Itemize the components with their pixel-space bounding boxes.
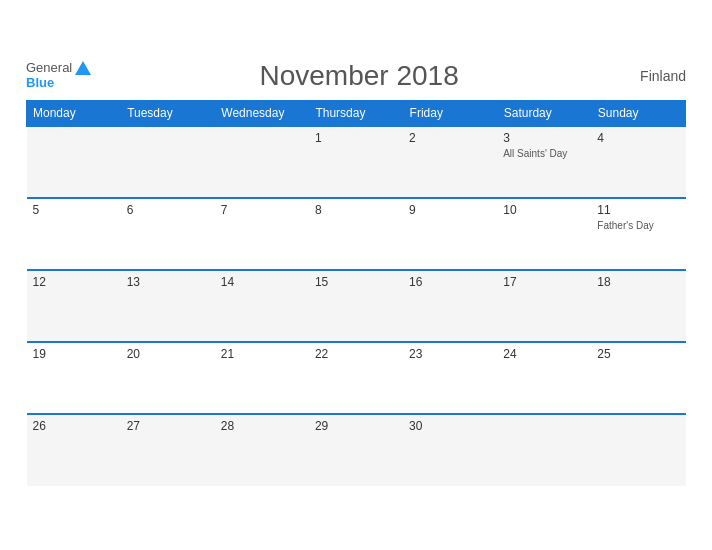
logo-blue-text: Blue — [26, 76, 92, 90]
weekday-header-row: Monday Tuesday Wednesday Thursday Friday… — [27, 100, 686, 126]
day-number: 3 — [503, 131, 585, 145]
header-monday: Monday — [27, 100, 121, 126]
calendar-cell: 11Father's Day — [591, 198, 685, 270]
calendar-cell: 1 — [309, 126, 403, 198]
calendar-cell: 4 — [591, 126, 685, 198]
day-number: 10 — [503, 203, 585, 217]
calendar-cell: 12 — [27, 270, 121, 342]
day-number: 22 — [315, 347, 397, 361]
day-number: 23 — [409, 347, 491, 361]
header-sunday: Sunday — [591, 100, 685, 126]
calendar-cell — [215, 126, 309, 198]
logo: General Blue — [26, 60, 92, 90]
day-number: 7 — [221, 203, 303, 217]
event-text: Father's Day — [597, 219, 679, 232]
day-number: 14 — [221, 275, 303, 289]
day-number: 24 — [503, 347, 585, 361]
calendar-cell: 24 — [497, 342, 591, 414]
day-number: 17 — [503, 275, 585, 289]
calendar-cell: 30 — [403, 414, 497, 486]
calendar-cell: 15 — [309, 270, 403, 342]
week-row-3: 12131415161718 — [27, 270, 686, 342]
day-number: 16 — [409, 275, 491, 289]
day-number: 25 — [597, 347, 679, 361]
calendar-cell: 25 — [591, 342, 685, 414]
month-title: November 2018 — [92, 60, 626, 92]
week-row-2: 567891011Father's Day — [27, 198, 686, 270]
calendar-cell: 27 — [121, 414, 215, 486]
calendar-cell: 21 — [215, 342, 309, 414]
logo-general-text: General — [26, 61, 72, 75]
event-text: All Saints' Day — [503, 147, 585, 160]
calendar-cell: 2 — [403, 126, 497, 198]
day-number: 30 — [409, 419, 491, 433]
day-number: 8 — [315, 203, 397, 217]
calendar-cell: 5 — [27, 198, 121, 270]
country-label: Finland — [626, 68, 686, 84]
calendar-cell: 29 — [309, 414, 403, 486]
calendar-cell: 20 — [121, 342, 215, 414]
day-number: 18 — [597, 275, 679, 289]
day-number: 19 — [33, 347, 115, 361]
calendar-cell: 16 — [403, 270, 497, 342]
header-friday: Friday — [403, 100, 497, 126]
calendar-cell: 6 — [121, 198, 215, 270]
day-number: 11 — [597, 203, 679, 217]
header-tuesday: Tuesday — [121, 100, 215, 126]
day-number: 4 — [597, 131, 679, 145]
calendar-body: 123All Saints' Day4567891011Father's Day… — [27, 126, 686, 486]
calendar-cell: 13 — [121, 270, 215, 342]
calendar-header: General Blue November 2018 Finland — [26, 60, 686, 92]
day-number: 28 — [221, 419, 303, 433]
calendar-cell — [27, 126, 121, 198]
calendar-cell — [121, 126, 215, 198]
week-row-1: 123All Saints' Day4 — [27, 126, 686, 198]
day-number: 1 — [315, 131, 397, 145]
day-number: 27 — [127, 419, 209, 433]
calendar-cell: 3All Saints' Day — [497, 126, 591, 198]
day-number: 12 — [33, 275, 115, 289]
calendar-cell — [497, 414, 591, 486]
day-number: 15 — [315, 275, 397, 289]
day-number: 9 — [409, 203, 491, 217]
day-number: 29 — [315, 419, 397, 433]
header-thursday: Thursday — [309, 100, 403, 126]
calendar-table: Monday Tuesday Wednesday Thursday Friday… — [26, 100, 686, 486]
calendar-cell: 22 — [309, 342, 403, 414]
calendar-cell: 17 — [497, 270, 591, 342]
calendar-cell: 8 — [309, 198, 403, 270]
calendar-cell: 23 — [403, 342, 497, 414]
logo-flag-icon — [74, 60, 92, 76]
calendar-cell — [591, 414, 685, 486]
day-number: 21 — [221, 347, 303, 361]
day-number: 6 — [127, 203, 209, 217]
calendar-cell: 19 — [27, 342, 121, 414]
header-saturday: Saturday — [497, 100, 591, 126]
calendar-cell: 18 — [591, 270, 685, 342]
svg-marker-0 — [75, 61, 91, 75]
calendar-cell: 10 — [497, 198, 591, 270]
header-wednesday: Wednesday — [215, 100, 309, 126]
day-number: 5 — [33, 203, 115, 217]
day-number: 20 — [127, 347, 209, 361]
week-row-5: 2627282930 — [27, 414, 686, 486]
day-number: 13 — [127, 275, 209, 289]
day-number: 26 — [33, 419, 115, 433]
calendar-cell: 26 — [27, 414, 121, 486]
day-number: 2 — [409, 131, 491, 145]
calendar-wrapper: General Blue November 2018 Finland Monda… — [11, 50, 701, 501]
calendar-cell: 14 — [215, 270, 309, 342]
calendar-cell: 7 — [215, 198, 309, 270]
calendar-cell: 9 — [403, 198, 497, 270]
week-row-4: 19202122232425 — [27, 342, 686, 414]
calendar-cell: 28 — [215, 414, 309, 486]
